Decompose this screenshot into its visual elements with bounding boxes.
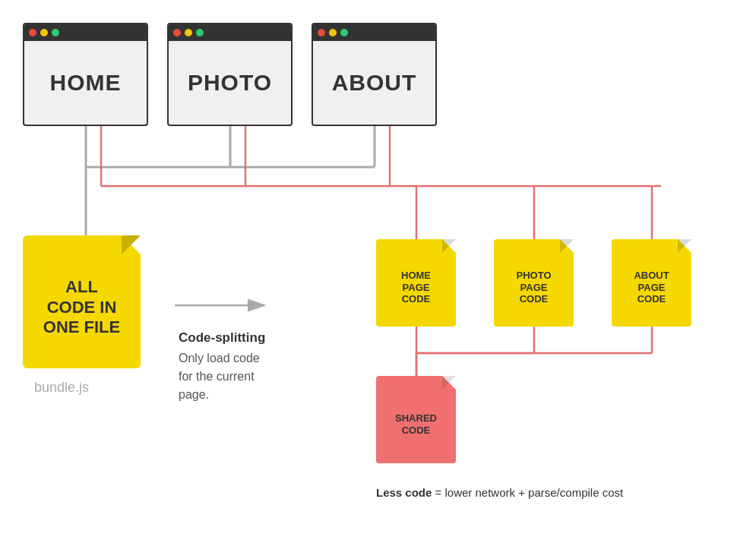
dot-yellow (40, 29, 48, 36)
about-label: ABOUT (332, 70, 417, 96)
bundlejs-label: bundle.js (34, 380, 89, 396)
home-page-code-file: HOMEPAGECODE (376, 239, 456, 327)
code-splitting-label: Code-splitting (179, 330, 265, 346)
less-code-label: Less code = lower network + parse/compil… (376, 486, 623, 499)
dot-red (318, 29, 325, 36)
home-titlebar (24, 24, 147, 41)
all-code-label: ALLCODE INONE FILE (36, 270, 128, 345)
about-content: ABOUT (313, 41, 435, 125)
photo-page-code-file: PHOTOPAGECODE (494, 239, 574, 327)
arrow-svg (175, 296, 274, 314)
description-label: Only load codefor the currentpage. (179, 349, 260, 404)
less-code-rest: = lower network + parse/compile cost (432, 486, 623, 499)
photo-content: PHOTO (169, 41, 291, 125)
dot-red (29, 29, 36, 36)
about-page-code-label: ABOUTPAGECODE (634, 270, 669, 305)
home-label: HOME (50, 70, 122, 96)
about-page-code-file: ABOUTPAGECODE (612, 239, 691, 327)
less-code-bold: Less code (376, 486, 432, 499)
browser-photo: PHOTO (167, 23, 293, 126)
photo-page-code-label: PHOTOPAGECODE (517, 270, 552, 305)
dot-green (196, 29, 204, 36)
home-page-code-label: HOMEPAGECODE (401, 270, 431, 305)
arrow-right (175, 296, 274, 314)
photo-label: PHOTO (188, 70, 272, 96)
dot-red (173, 29, 181, 36)
dot-yellow (185, 29, 192, 36)
browser-home: HOME (23, 23, 148, 126)
dot-green (340, 29, 348, 36)
shared-code-file: SHAREDCODE (376, 376, 456, 463)
about-titlebar (313, 24, 435, 41)
dot-yellow (329, 29, 337, 36)
browser-about: ABOUT (312, 23, 437, 126)
dot-green (52, 29, 59, 36)
diagram: HOME PHOTO ABOUT ALLCODE INONE FILE bund… (0, 0, 756, 543)
shared-code-label: SHAREDCODE (395, 412, 437, 436)
photo-titlebar (169, 24, 291, 41)
all-code-file: ALLCODE INONE FILE (23, 235, 141, 368)
home-content: HOME (24, 41, 147, 125)
